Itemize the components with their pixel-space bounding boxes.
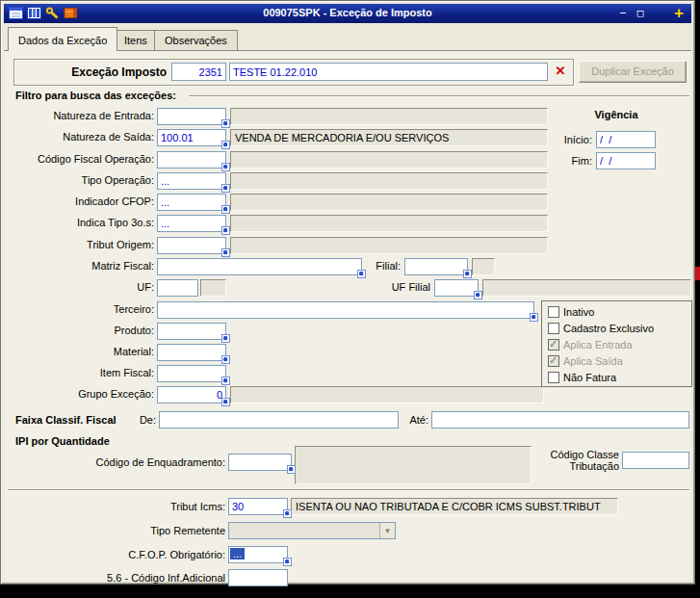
filial-desc (472, 258, 495, 275)
lookup-icon[interactable] (221, 141, 230, 149)
tipo-remetente-select: ▼ (228, 522, 396, 539)
terceiro-input[interactable] (157, 301, 534, 319)
checkbox-nao-fatura[interactable]: Não Fatura (548, 371, 616, 384)
item-fiscal-input[interactable] (157, 365, 226, 382)
fim-input[interactable] (596, 152, 656, 169)
checkbox-icon (548, 355, 559, 367)
lookup-icon[interactable] (283, 509, 292, 518)
lookup-icon[interactable] (474, 291, 482, 299)
terceiro-label: Terceiro: (8, 303, 154, 315)
lookup-icon[interactable] (287, 465, 296, 474)
selected-text: ... (230, 548, 245, 559)
checkbox-icon[interactable] (548, 372, 559, 383)
screen: 009075SPK - Exceção de Imposto − □ + Dad… (0, 0, 700, 598)
natureza-saida-input[interactable] (157, 129, 226, 146)
excecao-codigo-input[interactable] (171, 63, 226, 81)
form-icon[interactable] (9, 7, 24, 20)
codigo-fiscal-operacao-desc (230, 151, 548, 169)
item-fiscal-label: Item Fiscal: (8, 367, 154, 378)
codigo-fiscal-operacao-label: Código Fiscal Operação: (8, 153, 154, 165)
checkbox-label: Inativo (563, 306, 594, 318)
wrench-icon[interactable] (45, 7, 61, 20)
maximize-button[interactable]: □ (633, 7, 648, 20)
tipo-operacao-label: Tipo Operação: (8, 174, 154, 186)
minimize-button[interactable]: − (615, 7, 631, 20)
lookup-icon[interactable] (221, 248, 230, 257)
indica-tipo-3os-input[interactable] (157, 215, 226, 232)
indica-tipo-3os-desc (230, 215, 548, 232)
tribut-origem-input[interactable] (157, 237, 226, 254)
duplicar-excecao-button: Duplicar Exceção (579, 61, 687, 83)
vigencia-title: Vigência (558, 109, 674, 120)
lookup-icon[interactable] (530, 313, 538, 322)
cfop-obrigatorio-input[interactable]: ... (228, 546, 288, 563)
tipo-operacao-desc (230, 172, 548, 190)
tribut-origem-desc (230, 237, 548, 254)
faixa-ate-label: Até: (383, 414, 428, 426)
checkbox-icon[interactable] (548, 323, 559, 334)
fim-label: Fim: (528, 155, 592, 167)
cod-classe-input[interactable] (622, 452, 689, 469)
material-input[interactable] (157, 344, 226, 361)
faixa-ate-input[interactable] (431, 411, 689, 429)
indicador-cfop-input[interactable] (157, 194, 226, 211)
uf-input[interactable] (157, 279, 198, 297)
cod-enquadramento-input[interactable] (228, 454, 292, 471)
tab-observacoes[interactable]: Observações (154, 30, 238, 51)
plus-icon[interactable]: + (671, 7, 687, 20)
lookup-icon[interactable] (221, 398, 230, 406)
natureza-entrada-input[interactable] (157, 108, 226, 125)
tribut-origem-label: Tribut Origem: (8, 239, 154, 250)
screen-artifact (695, 267, 700, 280)
inicio-input[interactable] (596, 131, 656, 148)
grupo-excecao-desc (230, 386, 544, 403)
cod-inf-adicional-input[interactable] (228, 569, 288, 586)
lookup-icon[interactable] (463, 270, 472, 278)
lookup-icon[interactable] (357, 270, 366, 278)
excecao-descricao-input[interactable] (229, 63, 548, 81)
tribut-icms-input[interactable] (228, 498, 288, 515)
checkbox-label: Aplica Entrada (563, 339, 633, 351)
grupo-excecao-input[interactable] (157, 386, 226, 403)
faixa-de-input[interactable] (159, 411, 399, 429)
lookup-icon[interactable] (221, 355, 230, 364)
filtro-title: Filtro para busca das exceções: (15, 90, 176, 101)
codigo-fiscal-operacao-input[interactable] (157, 151, 226, 169)
title-bar: 009075SPK - Exceção de Imposto − □ + (4, 4, 691, 23)
cod-enquadramento-desc (295, 446, 531, 484)
lookup-icon[interactable] (221, 163, 230, 171)
checkbox-inativo[interactable]: Inativo (548, 305, 594, 319)
box-icon[interactable] (64, 7, 79, 20)
natureza-entrada-desc (230, 108, 548, 125)
checkbox-label: Cadastro Exclusivo (563, 323, 654, 334)
produto-input[interactable] (157, 323, 226, 340)
lookup-icon[interactable] (221, 226, 230, 235)
checkbox-aplica-saida: Aplica Saída (548, 354, 623, 368)
checkbox-icon[interactable] (548, 306, 559, 318)
excecao-imposto-label: Exceção Imposto (19, 65, 167, 79)
produto-label: Produto: (8, 325, 154, 336)
grupo-excecao-label: Grupo Exceção: (8, 388, 154, 400)
tribut-icms-label: Tribut Icms: (56, 501, 225, 512)
lookup-icon[interactable] (221, 119, 230, 128)
uf-filial-label: UF Filial (342, 281, 430, 293)
lookup-icon[interactable] (221, 184, 230, 193)
tab-dados-da-excecao[interactable]: Dados da Exceção (8, 27, 117, 51)
cod-classe-label: Código Classe Tributação (528, 449, 619, 472)
lookup-icon[interactable] (221, 205, 230, 214)
checkbox-cadastro-exclusivo[interactable]: Cadastro Exclusivo (548, 322, 654, 335)
lookup-icon[interactable] (283, 558, 292, 566)
checkbox-aplica-entrada: Aplica Entrada (548, 338, 633, 351)
uf-filial-input[interactable] (434, 279, 479, 297)
lookup-icon[interactable] (221, 334, 230, 343)
tab-itens[interactable]: Itens (114, 30, 158, 51)
uf-filial-desc (482, 279, 691, 297)
tipo-remetente-value (229, 521, 237, 536)
faixa-de-label: De: (96, 414, 156, 426)
lookup-icon[interactable] (221, 377, 230, 385)
matriz-fiscal-label: Matriz Fiscal: (8, 260, 154, 272)
filial-input[interactable] (404, 258, 468, 275)
clear-button[interactable]: ✕ (551, 63, 570, 81)
tipo-operacao-input[interactable] (157, 172, 226, 190)
columns-icon[interactable] (27, 7, 42, 20)
